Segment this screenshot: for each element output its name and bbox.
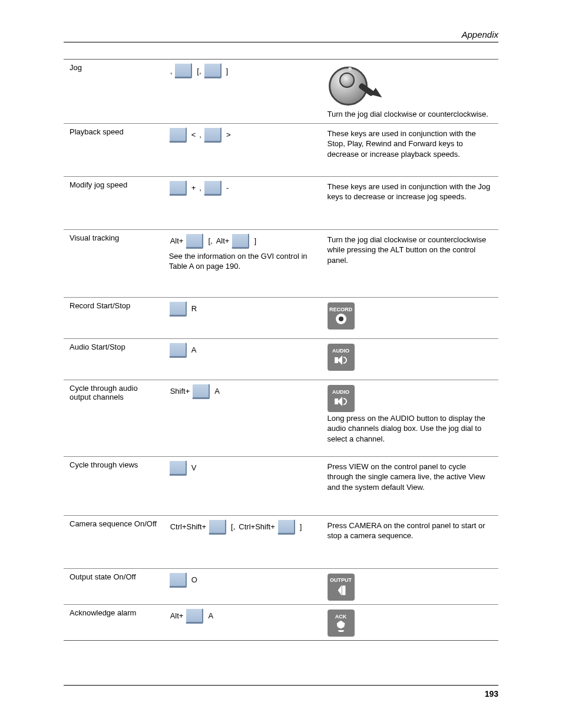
key-label: A [208,611,213,620]
action-cell: Playback speed [64,123,163,176]
control-cell: Turn the jog dial clockwise or countercl… [322,229,499,297]
action-cell: Audio Start/Stop [64,338,163,380]
keys-cell: A [163,338,322,380]
action-cell: Jog [64,60,163,124]
record-button-icon: RECORD [328,302,355,330]
control-cell: AUDIO [322,338,499,380]
keys-cell: <,> [163,123,322,176]
key-label: > [226,130,231,139]
page-header: Appendix [64,29,498,42]
control-description: These keys are used in conjunction with … [328,182,494,202]
keys-cell: Alt+A [163,604,322,640]
keys-cell: +,- [163,176,322,229]
table-row: Record Start/StopRRECORD [64,297,498,338]
key-prefix: Shift+ [170,387,190,396]
keys-cell: Ctrl+Shift+[,Ctrl+Shift+] [163,515,322,568]
action-cell: Record Start/Stop [64,297,163,338]
action-cell: Cycle through audio output channels [64,380,163,456]
section-title: Appendix [461,29,498,39]
table-row: Modify jog speed+,-These keys are used i… [64,176,498,229]
control-cell: Turn the jog dial clockwise or countercl… [322,60,499,124]
action-cell: Acknowledge alarm [64,604,163,640]
table-row: Jog,[,]Turn the jog dial clockwise or co… [64,60,498,124]
key-prefix: Alt+ [216,236,230,245]
table-row: Output state On/OffOOUTPUT⏏ [64,568,498,604]
keycap-icon [232,233,249,249]
keycap-icon [192,384,210,399]
keycap-icon [169,127,187,143]
jog-dial-icon [328,65,381,107]
key-label: ] [300,522,302,531]
control-cell: OUTPUT⏏ [322,568,499,604]
key-label: [, [208,236,212,245]
keycap-icon [169,301,187,317]
key-label: A [191,345,197,354]
keycap-icon [186,233,203,249]
key-prefix: Ctrl+Shift+ [170,522,206,531]
key-prefix: , [199,183,201,192]
keycap-icon [204,180,222,196]
keycap-icon [169,180,187,196]
keys-cell: V [163,456,322,515]
keycap-icon [204,63,222,78]
keycap-icon [169,342,187,358]
audio-button-icon: AUDIO [328,385,355,412]
shortcut-table: Jog,[,]Turn the jog dial clockwise or co… [64,59,498,641]
keys-cell: Shift+A [163,380,322,456]
output-button-icon: OUTPUT⏏ [328,574,355,601]
key-label: ] [226,67,229,75]
action-cell: Camera sequence On/Off [64,515,163,568]
keys-cell: O [163,568,322,604]
keys-cell: Alt+[,Alt+]See the information on the GV… [163,229,322,297]
control-description: These keys are used in conjunction with … [328,129,494,160]
key-label: + [191,183,196,192]
control-description: Turn the jog dial clockwise or countercl… [328,235,494,266]
keycap-icon [169,460,187,476]
key-prefix: Alt+ [170,236,184,245]
action-cell: Visual tracking [64,229,163,297]
key-prefix: , [170,67,173,75]
control-cell: These keys are used in conjunction with … [322,123,499,176]
control-cell: ACK [322,604,499,640]
table-row: Audio Start/StopAAUDIO [64,338,498,380]
control-description: Press VIEW on the control panel to cycle… [328,462,494,493]
keycap-icon [186,608,203,624]
keycap-icon [169,572,187,588]
key-label: < [191,130,196,139]
key-label: [, [197,67,201,75]
keycap-icon [277,519,295,535]
key-label: R [191,304,197,313]
ack-button-icon: ACK [328,610,355,637]
table-row: Playback speed<,>These keys are used in … [64,123,498,176]
page-footer: 193 [64,685,498,699]
keys-cell: R [163,297,322,338]
keycap-icon [174,63,192,78]
control-description: Turn the jog dial clockwise or countercl… [328,109,494,120]
control-description: Long press on the AUDIO button to displa… [328,413,494,444]
control-cell: Press VIEW on the control panel to cycle… [322,456,499,515]
key-prefix: Ctrl+Shift+ [239,522,275,531]
control-cell: RECORD [322,297,499,338]
action-cell: Modify jog speed [64,176,163,229]
control-cell: AUDIOLong press on the AUDIO button to d… [322,380,499,456]
key-label: - [226,183,229,192]
table-row: Acknowledge alarmAlt+AACK [64,604,498,640]
table-row: Camera sequence On/OffCtrl+Shift+[,Ctrl+… [64,515,498,568]
action-cell: Output state On/Off [64,568,163,604]
table-row: Cycle through viewsVPress VIEW on the co… [64,456,498,515]
keycap-icon [204,127,222,143]
action-cell: Cycle through views [64,456,163,515]
key-prefix: , [199,130,201,139]
key-label: A [214,387,220,396]
keys-cell: ,[,] [163,60,322,124]
table-row: Visual trackingAlt+[,Alt+]See the inform… [64,229,498,297]
key-label: V [191,463,197,472]
key-prefix: Alt+ [170,611,184,620]
control-description: Press CAMERA on the control panel to sta… [328,521,494,541]
key-label: [, [231,522,235,531]
control-cell: These keys are used in conjunction with … [322,176,499,229]
control-subnote: See the information on the GVI control i… [169,251,317,272]
key-label: O [191,575,197,584]
table-row: Cycle through audio output channelsShift… [64,380,498,456]
keycap-icon [209,519,226,535]
